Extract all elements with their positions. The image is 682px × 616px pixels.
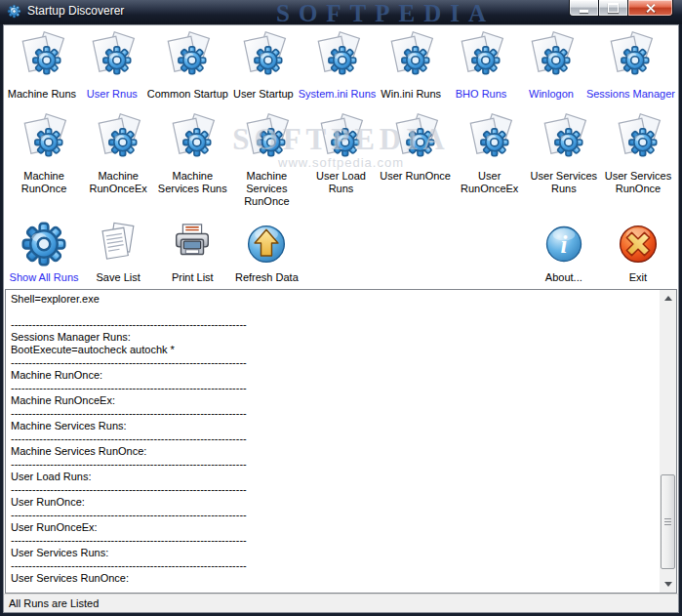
- doc-gear-icon: [94, 113, 142, 168]
- doc-gear-icon: [465, 113, 514, 168]
- refresh-icon: [245, 219, 288, 269]
- minimize-icon: [580, 10, 588, 13]
- toolbar-item-label: Win.ini Runs: [381, 88, 441, 101]
- toolbar-item-machine-runs[interactable]: Machine Runs: [7, 31, 77, 101]
- toolbar-item-machine-runonce[interactable]: Machine RunOnce: [7, 113, 81, 208]
- toolbar-item-machine-runonceex[interactable]: Machine RunOnceEx: [81, 113, 155, 208]
- client-area: Machine RunsUser RnusCommon StartupUser …: [3, 24, 679, 613]
- toolbar-item-user-services-runs[interactable]: User Services Runs: [527, 113, 601, 208]
- toolbar-row-2: Machine RunOnceMachine RunOnceExMachine …: [7, 113, 675, 208]
- toolbar-item-machine-services-runonce[interactable]: Machine Services RunOnce: [229, 113, 303, 208]
- scroll-up-button[interactable]: [660, 290, 676, 307]
- exit-icon: [617, 219, 660, 269]
- scrollbar-thumb[interactable]: [661, 474, 675, 569]
- toolbar-item-common-startup[interactable]: Common Startup: [147, 31, 228, 101]
- toolbar-item-label: Sessions Manager: [586, 88, 675, 101]
- output-separator-line: ----------------------------------------…: [11, 356, 660, 369]
- close-button[interactable]: [627, 0, 673, 17]
- toolbar-item-show-all-runs[interactable]: Show All Runs: [7, 219, 81, 284]
- toolbar-panel: Machine RunsUser RnusCommon StartupUser …: [4, 25, 678, 288]
- thumb-grip-icon: [664, 518, 671, 526]
- close-icon: [645, 3, 656, 14]
- toolbar-item-save-list[interactable]: Save List: [81, 219, 155, 284]
- maximize-icon: [608, 3, 619, 13]
- toolbar-item-label: User Rnus: [87, 88, 138, 101]
- toolbar-item-user-rnus[interactable]: User Rnus: [77, 31, 147, 101]
- minimize-button[interactable]: [569, 0, 599, 17]
- doc-gear-icon: [527, 31, 576, 86]
- toolbar-item-user-startup[interactable]: User Startup: [228, 31, 299, 101]
- titlebar[interactable]: Startup Discoverer SOFTPEDIA: [0, 0, 682, 24]
- toolbar-item-winlogon[interactable]: Winlogon: [516, 31, 586, 101]
- arrow-down-icon: [664, 582, 672, 587]
- output-line: User Services Runs:: [11, 547, 660, 559]
- toolbar-item-label: Machine RunOnceEx: [81, 170, 155, 195]
- output-line: Machine Services Runs:: [11, 420, 660, 432]
- doc-gear-icon: [242, 113, 291, 168]
- toolbar-item-exit[interactable]: Exit: [601, 219, 675, 284]
- doc-gear-icon: [168, 113, 217, 168]
- titlebar-watermark: SOFTPEDIA: [276, 0, 495, 24]
- toolbar-item-machine-services-runs[interactable]: Machine Services Runs: [155, 113, 229, 208]
- output-line: User RunOnce:: [11, 496, 660, 509]
- output-separator-line: ----------------------------------------…: [11, 458, 660, 471]
- toolbar-item-win-ini-runs[interactable]: Win.ini Runs: [376, 31, 446, 101]
- doc-gear-icon: [88, 31, 137, 86]
- toolbar-item-user-runonceex[interactable]: User RunOnceEx: [453, 113, 527, 208]
- svg-text:i: i: [560, 231, 567, 258]
- doc-gear-icon: [540, 113, 588, 168]
- toolbar-item-label: Show All Runs: [10, 271, 79, 284]
- toolbar-item-user-load-runs[interactable]: User Load Runs: [303, 113, 378, 208]
- output-line: Machine RunOnce:: [11, 369, 660, 382]
- toolbar-item-label: User Startup: [233, 88, 294, 101]
- toolbar-item-label: Machine Runs: [8, 88, 76, 101]
- toolbar-item-label: User Load Runs: [303, 170, 378, 195]
- toolbar-item-label: User Services Runs: [527, 170, 601, 195]
- toolbar-item-print-list[interactable]: Print List: [155, 219, 229, 284]
- about-icon: i: [543, 219, 584, 269]
- doc-gear-icon: [20, 113, 68, 168]
- toolbar-item-label: BHO Runs: [456, 88, 507, 101]
- arrow-up-icon: [664, 296, 672, 301]
- toolbar-item-label: Refresh Data: [235, 271, 299, 284]
- toolbar-item-label: Print List: [172, 271, 214, 284]
- app-window: Startup Discoverer SOFTPEDIA Machine Run…: [0, 0, 682, 616]
- toolbar-item-label: About...: [545, 271, 582, 284]
- vertical-scrollbar[interactable]: [660, 290, 676, 593]
- toolbar-item-system-ini-runs[interactable]: System.ini Runs: [299, 31, 376, 101]
- toolbar-item-about[interactable]: iAbout...: [527, 219, 601, 284]
- toolbar-item-user-services-runonce[interactable]: User Services RunOnce: [601, 113, 675, 208]
- doc-gear-icon: [386, 31, 435, 86]
- print-icon: [170, 219, 215, 269]
- toolbar-item-bho-runs[interactable]: BHO Runs: [446, 31, 516, 101]
- doc-gear-icon: [457, 31, 505, 86]
- save-icon: [96, 219, 140, 269]
- output-line: Shell=explorer.exe: [11, 293, 660, 306]
- toolbar-item-label: Save List: [97, 271, 140, 284]
- toolbar-item-label: System.ini Runs: [299, 88, 376, 101]
- status-bar: All Runs are Listed: [4, 594, 678, 612]
- toolbar-item-label: Machine RunOnce: [7, 170, 81, 195]
- output-line: Sessions Manager Runs:: [11, 331, 660, 344]
- maximize-button[interactable]: [598, 0, 628, 17]
- doc-gear-icon: [18, 31, 66, 86]
- output-area: Shell=explorer.exe ---------------------…: [5, 289, 677, 594]
- toolbar-row-1: Machine RunsUser RnusCommon StartupUser …: [7, 31, 675, 101]
- scroll-down-button[interactable]: [660, 576, 676, 593]
- output-line: User Load Runs:: [11, 471, 660, 483]
- toolbar-item-user-runonce[interactable]: User RunOnce: [379, 113, 453, 208]
- output-separator-line: ----------------------------------------…: [11, 483, 660, 496]
- output-blank-line: [11, 306, 660, 318]
- doc-gear-icon: [239, 31, 288, 86]
- toolbar-item-label: Machine Services Runs: [155, 170, 229, 195]
- toolbar-item-label: Machine Services RunOnce: [229, 170, 303, 208]
- output-text[interactable]: Shell=explorer.exe ---------------------…: [6, 290, 660, 593]
- output-separator-line: ----------------------------------------…: [11, 318, 660, 331]
- toolbar-item-sessions-manager[interactable]: Sessions Manager: [586, 31, 675, 101]
- toolbar-item-refresh-data[interactable]: Refresh Data: [229, 219, 303, 284]
- output-line: User RunOnceEx:: [11, 521, 660, 534]
- toolbar-row-3: Show All RunsSave ListPrint ListRefresh …: [7, 219, 675, 284]
- app-gear-icon: [7, 4, 21, 19]
- toolbar-item-label: User RunOnce: [380, 170, 451, 183]
- toolbar-item-label: User Services RunOnce: [601, 170, 675, 195]
